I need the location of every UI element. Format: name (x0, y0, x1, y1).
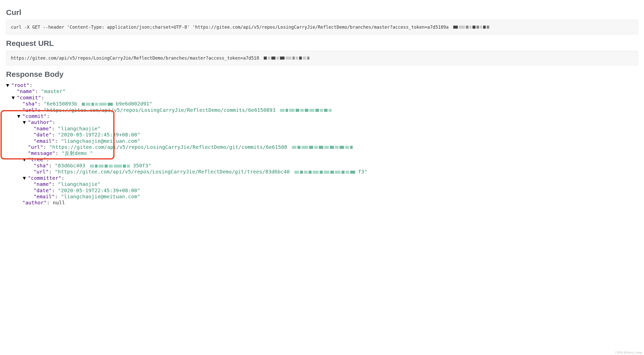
response-json-tree: ▼"root": "name": "master" ▼"commit": "sh… (6, 82, 638, 206)
redacted-segment-icon (280, 109, 332, 112)
json-node-commit[interactable]: ▼"commit": (6, 95, 638, 101)
redacted-segment-icon (90, 165, 130, 168)
json-node-tree-url: "url": "https://gitee.com/api/v5/repos/L… (6, 169, 638, 175)
collapse-toggle-icon[interactable]: ▼ (17, 113, 22, 119)
response-body-heading: Response Body (6, 70, 638, 79)
json-tree-container: ▼"root": "name": "master" ▼"commit": "sh… (6, 82, 638, 206)
curl-command-text: curl -X GET --header 'Content-Type: appl… (11, 25, 449, 30)
json-node-author[interactable]: ▼"author": (6, 119, 638, 125)
json-node-tree[interactable]: ▼"tree": (6, 156, 638, 163)
curl-code-block: curl -X GET --header 'Content-Type: appl… (6, 20, 638, 34)
collapse-toggle-icon[interactable]: ▼ (12, 95, 17, 101)
request-url-heading: Request URL (6, 39, 638, 48)
json-node-committer-email: "email": "liangchaojie@meituan.com" (6, 193, 638, 200)
json-node-author-email: "email": "liangchaojie@meituan.com" (6, 138, 638, 144)
json-node-committer-date: "date": "2020-05-19T22:45:39+08:00" (6, 187, 638, 193)
json-node-root[interactable]: ▼"root": (6, 82, 638, 88)
redacted-token-icon (264, 57, 309, 60)
json-node-outer-author: "author": null (6, 200, 638, 206)
json-node-author-date: "date": "2020-05-19T22:45:39+08:00" (6, 132, 638, 138)
json-node-url: "url": "https://gitee.com/api/v5/repos/L… (6, 107, 638, 113)
collapse-toggle-icon[interactable]: ▼ (23, 156, 28, 163)
redacted-token-icon (453, 26, 489, 29)
json-node-tree-sha: "sha": "83d6bc403 350f3" (6, 163, 638, 169)
curl-heading: Curl (6, 8, 638, 17)
json-node-message: "message": "反射demo " (6, 150, 638, 156)
json-node-committer-name: "name": "liangchaojie" (6, 181, 638, 187)
collapse-toggle-icon[interactable]: ▼ (6, 82, 11, 88)
json-node-inner-commit[interactable]: ▼"commit": (6, 113, 638, 119)
request-url-text: https://gitee.com/api/v5/repos/LosingCar… (11, 56, 259, 61)
json-node-inner-url: "url": "https://gitee.com/api/v5/repos/L… (6, 144, 638, 150)
collapse-toggle-icon[interactable]: ▼ (23, 175, 28, 181)
json-node-author-name: "name": "liangchaojie" (6, 126, 638, 132)
redacted-segment-icon (294, 171, 355, 174)
redacted-segment-icon (82, 103, 113, 106)
request-url-block: https://gitee.com/api/v5/repos/LosingCar… (6, 51, 638, 65)
redacted-segment-icon (292, 146, 353, 149)
json-node-committer[interactable]: ▼"committer": (6, 175, 638, 181)
collapse-toggle-icon[interactable]: ▼ (23, 119, 28, 125)
json-node-sha: "sha": "6e6150893b b9e6d002d91" (6, 101, 638, 107)
json-node-name: "name": "master" (6, 88, 638, 94)
